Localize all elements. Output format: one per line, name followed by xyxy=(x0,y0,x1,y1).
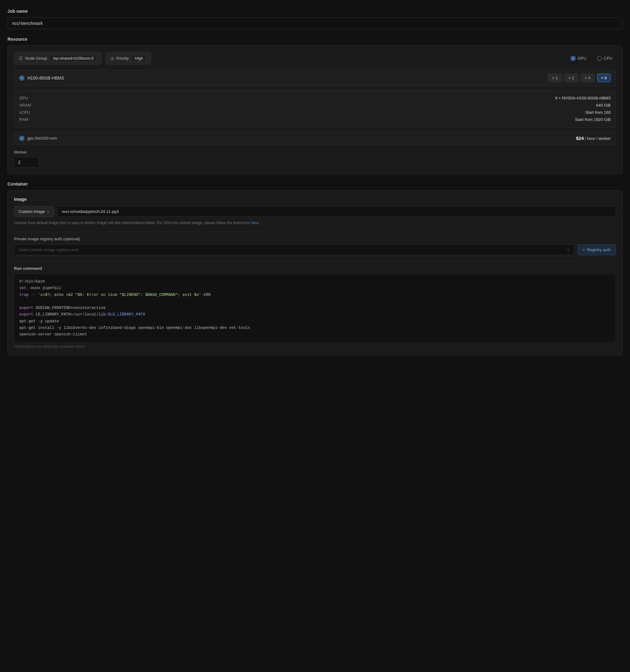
priority-label: Priority xyxy=(116,56,129,61)
run-command-hint: Command to run when the container starts xyxy=(14,344,616,349)
job-name-input[interactable] xyxy=(7,17,623,29)
worker-section: Worker xyxy=(14,150,616,168)
multiplier-group: × 1 × 2 × 4 × 8 xyxy=(548,74,611,82)
instance-price-unit: / hour / worker xyxy=(585,136,611,141)
instance-price-amount: $24 xyxy=(576,136,584,141)
job-name-section: Job name xyxy=(7,9,623,29)
cpu-toggle[interactable]: CPU xyxy=(593,54,616,63)
priority-value: High xyxy=(131,55,146,62)
code-line-1: #!/bin/bash xyxy=(19,279,611,285)
private-registry-label: Private image registry auth (optional) xyxy=(14,237,616,241)
container-card: Image Custom Image ∨ Choose from default… xyxy=(7,190,623,355)
job-name-label: Job name xyxy=(7,9,623,14)
code-line-8: openssh-server openssh-client xyxy=(19,331,611,338)
instance-radio xyxy=(19,136,24,141)
code-line-blank xyxy=(19,298,611,305)
registry-select[interactable]: Select private image registry auth ∨ xyxy=(14,244,574,255)
node-group-pill: ☰ Node Group lep-shared-h100sxm-0 xyxy=(14,52,102,65)
gpu-toggle[interactable]: GPU xyxy=(567,54,590,63)
registry-auth-button[interactable]: + Registry auth xyxy=(578,244,616,255)
spec-val-vram: 640 GiB xyxy=(596,103,611,107)
spec-val-vcpu: Start from 160 xyxy=(585,110,611,115)
code-line-2: set -euox pipefail xyxy=(19,285,611,292)
gpu-model-name: H100-80GB-HBM3 xyxy=(27,75,64,80)
registry-auth-label: Registry auth xyxy=(587,247,611,252)
spec-row-vram: VRAM 640 GiB xyxy=(19,102,611,109)
gpu-model-row: H100-80GB-HBM3 × 1 × 2 × 4 × 8 xyxy=(14,70,616,86)
code-line-6: apt-get -y update xyxy=(19,318,611,325)
code-line-7: apt-get install -y libibverbs-dev infini… xyxy=(19,325,611,331)
image-type-select[interactable]: Custom Image ∨ xyxy=(14,206,54,217)
node-group-label: Node Group xyxy=(25,56,47,61)
multiplier-1[interactable]: × 1 xyxy=(548,74,562,82)
resource-label: Resource xyxy=(7,37,623,42)
multiplier-2[interactable]: × 2 xyxy=(564,74,578,82)
run-command-label: Run command xyxy=(14,266,616,271)
code-line-4: export DEBIAN_FRONTEND=noninteractive xyxy=(19,305,611,311)
gpu-label: GPU xyxy=(578,56,586,61)
spec-row-vcpu: vCPU Start from 160 xyxy=(19,109,611,116)
specs-table: GPU 8 × NVIDIA-H100-80GB-HBM3 VRAM 640 G… xyxy=(14,90,616,128)
registry-auth-plus-icon: + xyxy=(583,247,585,252)
cpu-radio xyxy=(597,56,602,61)
image-hint-link[interactable]: here. xyxy=(251,221,260,225)
resource-type-toggle: GPU CPU xyxy=(567,54,616,63)
multiplier-4[interactable]: × 4 xyxy=(581,74,594,82)
registry-row: Select private image registry auth ∨ + R… xyxy=(14,244,616,255)
spec-key-ram: RAM xyxy=(19,117,28,122)
spec-row-ram: RAM Start from 1920 GiB xyxy=(19,116,611,123)
gpu-model-label-group: H100-80GB-HBM3 xyxy=(19,75,548,80)
instance-name: gpu.8xh100-sxm xyxy=(27,136,57,141)
registry-placeholder: Select private image registry auth xyxy=(19,247,79,252)
worker-label: Worker xyxy=(14,150,616,154)
instance-name-group: gpu.8xh100-sxm xyxy=(19,136,576,141)
spec-key-vcpu: vCPU xyxy=(19,110,30,115)
worker-input[interactable] xyxy=(14,157,39,168)
priority-icon: ⇉ xyxy=(110,56,114,61)
container-section: Container Image Custom Image ∨ Choose fr… xyxy=(7,182,623,355)
resource-card: ☰ Node Group lep-shared-h100sxm-0 ⇉ Prio… xyxy=(7,45,623,174)
node-group-value: lep-shared-h100sxm-0 xyxy=(50,55,97,62)
registry-chevron: ∨ xyxy=(567,248,570,252)
image-url-input[interactable] xyxy=(57,206,616,217)
private-registry-section: Private image registry auth (optional) S… xyxy=(14,237,616,255)
container-label: Container xyxy=(7,182,623,187)
spec-val-ram: Start from 1920 GiB xyxy=(575,117,611,122)
instance-row: gpu.8xh100-sxm $24 / hour / worker xyxy=(14,131,616,145)
node-group-icon: ☰ xyxy=(19,56,23,61)
run-command-editor[interactable]: #!/bin/bash set -euox pipefail trap -- '… xyxy=(14,274,616,342)
image-row: Custom Image ∨ xyxy=(14,206,616,217)
code-line-5: export LD_LIBRARY_PATH=/usr/local/lib:$L… xyxy=(19,311,611,318)
image-type-chevron: ∨ xyxy=(47,210,49,214)
spec-key-gpu: GPU xyxy=(19,96,28,100)
priority-pill: ⇉ Priority High xyxy=(106,52,151,65)
spec-key-vram: VRAM xyxy=(19,103,31,107)
gpu-radio xyxy=(570,56,576,61)
image-section-title: Image xyxy=(14,197,616,202)
resource-section: Resource ☰ Node Group lep-shared-h100sxm… xyxy=(7,37,623,174)
image-hint: Choose from default image lists or pass … xyxy=(14,220,616,226)
code-line-3: trap -- 's=$?; echo >&2 "$0: Error on li… xyxy=(19,292,611,298)
cpu-label: CPU xyxy=(604,56,612,61)
multiplier-8[interactable]: × 8 xyxy=(597,74,611,82)
instance-price: $24 / hour / worker xyxy=(576,136,611,141)
image-type-label: Custom Image xyxy=(19,209,45,214)
resource-bar: ☰ Node Group lep-shared-h100sxm-0 ⇉ Prio… xyxy=(14,52,616,65)
run-command-section: Run command #!/bin/bash set -euox pipefa… xyxy=(14,266,616,349)
spec-val-gpu: 8 × NVIDIA-H100-80GB-HBM3 xyxy=(555,96,611,100)
spec-row-gpu: GPU 8 × NVIDIA-H100-80GB-HBM3 xyxy=(19,95,611,102)
gpu-model-radio xyxy=(19,75,24,80)
